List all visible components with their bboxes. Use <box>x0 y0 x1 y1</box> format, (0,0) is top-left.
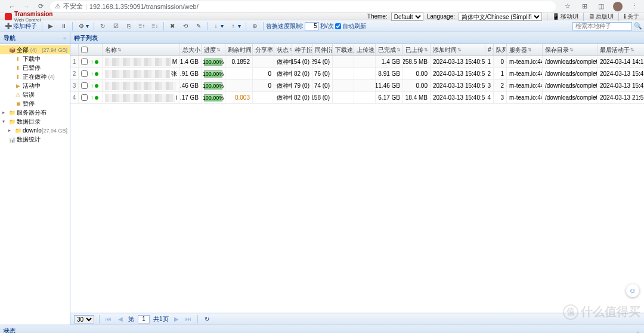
language-select[interactable]: 简体中文/Chinese (Simplified) <box>459 13 542 21</box>
first-page-button[interactable]: ⏮ <box>104 315 113 323</box>
row-checkbox[interactable] <box>81 94 88 101</box>
remove-button[interactable]: ✖ <box>166 21 178 31</box>
sidebar-item-3[interactable]: ⬆正在做种 (4) <box>0 72 70 81</box>
move-up-button[interactable]: ≡↑ <box>136 21 148 31</box>
col-dspeed[interactable]: 下载速度⇅ <box>333 44 354 56</box>
theme-select[interactable]: Default <box>391 13 423 21</box>
config-button[interactable]: ⚙▾ <box>75 21 91 31</box>
grid-title: 种子列表 <box>70 32 644 44</box>
page-label: 第 <box>128 315 134 323</box>
row-checkbox[interactable] <box>81 70 88 77</box>
sidebar-item-6[interactable]: ⏹暂停 <box>0 99 70 108</box>
start-button[interactable]: ▶ <box>45 21 57 31</box>
speed-limit-input[interactable] <box>305 22 319 30</box>
folder-icon: 📁 <box>14 127 21 134</box>
original-ui-link[interactable]: 🖥原版UI <box>589 13 614 21</box>
extensions-icon[interactable]: ⊞ <box>580 2 589 11</box>
total-pages-label: 共1页 <box>153 315 169 323</box>
collapse-icon[interactable]: « <box>63 35 66 41</box>
sidebar-item-2[interactable]: ⏸已暂停 <box>0 63 70 72</box>
app-header: Transmission Web Control Theme: Default … <box>0 13 644 20</box>
col-queue[interactable]: 队列 <box>494 44 507 56</box>
add-torrent-button[interactable]: ➕添加种子 <box>2 21 39 31</box>
col-uspeed[interactable]: 上传速度⇅ <box>354 44 376 56</box>
search-input[interactable] <box>572 22 632 30</box>
nav-tree: 📦全部 (4)[27.94 GB]⬇下载中 ⏸已暂停 ⬆正在做种 (4)▶活动中… <box>0 44 70 145</box>
sidebar-item-0[interactable]: 📦全部 (4)[27.94 GB] <box>0 45 70 54</box>
sidebar-item-1[interactable]: ⬇下载中 <box>0 54 70 63</box>
sidebar-item-8[interactable]: ▾📁数据目录 <box>0 117 70 126</box>
speed-unit-label: 秒/次 <box>320 22 334 30</box>
sidebar-item-7[interactable]: ▸📁服务器分布 <box>0 108 70 117</box>
speed-up-button[interactable]: ↑▾ <box>227 21 243 31</box>
refresh-page-button[interactable]: ↻ <box>203 315 211 323</box>
col-state[interactable]: 状态⇅ <box>274 44 292 56</box>
expand-status-icon[interactable]: ⌄ <box>636 328 640 334</box>
torrent-grid: 名称⇅ 总大小⇅ 进度⇅ 剩余时间⇅ 分享率⇅ 状态⇅ 种子|活跃 同伴|活跃 … <box>70 44 644 313</box>
torrent-name-blurred <box>105 94 175 102</box>
more-icon: ⊕ <box>251 23 258 30</box>
float-help-button[interactable]: ☺ <box>626 284 639 297</box>
table-row[interactable]: 4↑i6.17 GB100.00%0.003做种中82 (0)158 (0)6.… <box>70 92 644 104</box>
table-row[interactable]: 3↑11.46 GB100.00%0做种中79 (0)74 (0)11.46 G… <box>70 80 644 92</box>
about-link[interactable]: ℹ关于 <box>624 13 639 21</box>
col-progress[interactable]: 进度⇅ <box>202 44 225 56</box>
autorefresh-checkbox[interactable] <box>335 23 341 29</box>
sidebar-item-9[interactable]: ▸📁downloads (4)[27.94 GB] <box>0 126 70 135</box>
col-dir[interactable]: 保存目录⇅ <box>543 44 597 56</box>
torrent-name-blurred <box>105 58 171 66</box>
sidebar-item-4[interactable]: ▶活动中 <box>0 81 70 90</box>
folder-icon: 📁 <box>8 109 16 116</box>
col-done[interactable]: 已完成⇅ <box>376 44 403 56</box>
pause-button[interactable]: ⏸ <box>58 21 70 31</box>
search-icon[interactable]: 🔍 <box>634 23 642 30</box>
table-row[interactable]: 1↑M1.4 GB100.00%0.1852做种中154 (0)294 (0)1… <box>70 56 644 68</box>
grid-header: 名称⇅ 总大小⇅ 进度⇅ 剩余时间⇅ 分享率⇅ 状态⇅ 种子|活跃 同伴|活跃 … <box>70 44 644 56</box>
folder-icon: 📊 <box>8 136 16 143</box>
progress-bar: 100.00% <box>204 58 222 66</box>
col-server[interactable]: 服务器⇅ <box>507 44 543 56</box>
copy-icon: ⎘ <box>125 23 132 30</box>
avatar[interactable] <box>613 2 623 11</box>
refresh-icon: ↻ <box>99 23 106 30</box>
col-uploaded[interactable]: 已上传⇅ <box>403 44 431 56</box>
prev-page-button[interactable]: ◀ <box>116 315 125 323</box>
select-all-header[interactable] <box>79 44 88 56</box>
row-checkbox[interactable] <box>81 58 88 65</box>
reload-torrents-button[interactable]: ↻ <box>97 21 109 31</box>
sidebar-item-10[interactable]: 📊数据统计 <box>0 135 70 144</box>
forward-button[interactable]: → <box>19 1 33 13</box>
col-size[interactable]: 总大小⇅ <box>180 44 202 56</box>
recheck-button[interactable]: ⟲ <box>179 21 191 31</box>
page-input[interactable] <box>138 315 150 323</box>
star-icon[interactable]: ☆ <box>563 2 572 11</box>
sidebar-item-5[interactable]: ⚠错误 <box>0 90 70 99</box>
col-remain[interactable]: 剩余时间⇅ <box>225 44 253 56</box>
folder-icon: ⬇ <box>14 56 21 63</box>
panel-icon[interactable]: ◫ <box>596 2 606 11</box>
speed-down-button[interactable]: ↓▾ <box>210 21 226 31</box>
row-checkbox[interactable] <box>81 82 88 89</box>
mobile-icon: 📱 <box>552 13 559 20</box>
col-name[interactable]: 名称⇅ <box>103 44 180 56</box>
mobile-ui-link[interactable]: 📱移动UI <box>552 13 578 21</box>
rename-button[interactable]: ✎ <box>193 21 205 31</box>
copy-button[interactable]: ⎘ <box>123 21 135 31</box>
last-page-button[interactable]: ⏭ <box>184 315 193 323</box>
col-last[interactable]: 最后活动于⇅ <box>597 44 644 56</box>
page-size-select[interactable]: 30 <box>74 315 94 323</box>
autorefresh-label: 自动刷新 <box>342 22 366 30</box>
col-idx[interactable]: #⇅ <box>485 44 494 56</box>
verify-button[interactable]: ☑ <box>110 21 122 31</box>
move-down-button[interactable]: ≡↓ <box>149 21 161 31</box>
next-page-button[interactable]: ▶ <box>172 315 181 323</box>
col-peers[interactable]: 同伴|活跃 <box>312 44 333 56</box>
col-seeds[interactable]: 种子|活跃 <box>292 44 312 56</box>
menu-icon[interactable]: ⋮ <box>630 2 639 11</box>
table-row[interactable]: 2↑张8.91 GB100.00%0做种中82 (0)76 (0)8.91 GB… <box>70 68 644 80</box>
url-bar[interactable]: ⚠不安全 | 192.168.1.35:9091/transmission/we… <box>50 1 556 12</box>
col-added[interactable]: 添加时间⇅ <box>431 44 485 56</box>
main-panel: 种子列表 名称⇅ 总大小⇅ 进度⇅ 剩余时间⇅ 分享率⇅ 状态⇅ 种子|活跃 同… <box>70 32 644 325</box>
col-share[interactable]: 分享率⇅ <box>253 44 274 56</box>
more-button[interactable]: ⊕ <box>249 21 261 31</box>
